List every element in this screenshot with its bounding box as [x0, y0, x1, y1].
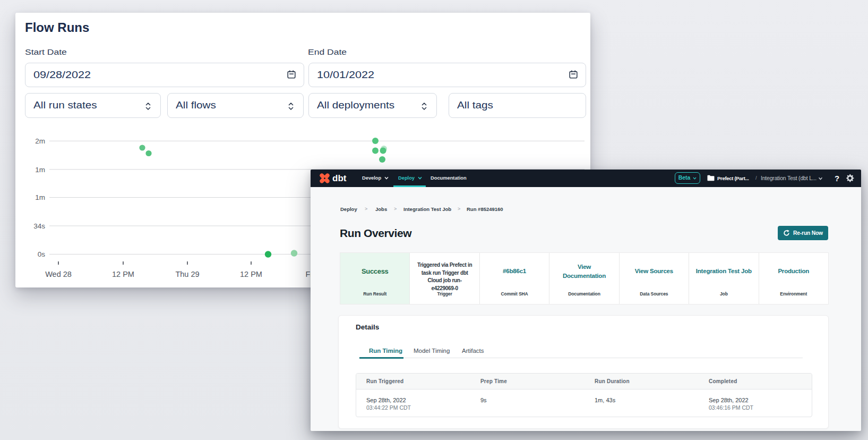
svg-text:12 PM: 12 PM — [112, 270, 134, 278]
svg-text:34s: 34s — [33, 222, 45, 230]
svg-text:0s: 0s — [38, 250, 46, 258]
svg-text:Thu 29: Thu 29 — [175, 270, 199, 278]
svg-text:12 PM: 12 PM — [240, 270, 262, 278]
svg-text:1m: 1m — [35, 193, 45, 201]
svg-text:Wed 28: Wed 28 — [45, 270, 72, 278]
svg-text:2m: 2m — [35, 137, 45, 145]
svg-text:1m: 1m — [35, 166, 45, 174]
